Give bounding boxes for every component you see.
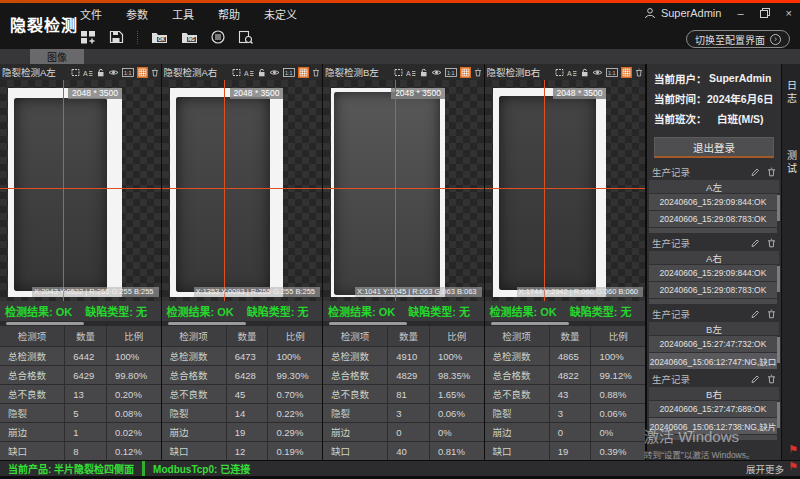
one-to-one-icon[interactable]: 1:1: [606, 68, 618, 77]
horizontal-scrollbar[interactable]: [0, 321, 161, 326]
tab-test[interactable]: 测试: [784, 150, 799, 176]
clear-trash-icon[interactable]: [767, 238, 776, 248]
value-cell: 0%: [590, 423, 645, 441]
edit-pencil-icon[interactable]: [750, 167, 760, 177]
edit-pencil-icon[interactable]: [750, 238, 760, 248]
minimize-button[interactable]: –: [737, 8, 743, 18]
record-entry[interactable]: 20240606_15:06:12:747:NG,缺口: [649, 353, 777, 369]
grid-overlay-icon[interactable]: [137, 67, 148, 78]
roi-icon[interactable]: [232, 68, 241, 77]
menu-params[interactable]: 参数: [126, 6, 148, 22]
text-annotation-icon[interactable]: A: [567, 68, 577, 77]
scrollbar-thumb[interactable]: [491, 322, 569, 325]
menu-file[interactable]: 文件: [80, 6, 102, 22]
maximize-button[interactable]: [760, 8, 770, 18]
record-entry[interactable]: 20240606_15:29:08:783:OK: [649, 282, 777, 298]
column-header: 比例: [590, 326, 645, 346]
detection-table: 检测项数量比例总检测数6473100%总合格数642899.30%总不良数450…: [162, 326, 323, 460]
menu-undefined[interactable]: 未定义: [264, 6, 297, 22]
record-entry[interactable]: 20240606_15:27:47:732:OK: [649, 336, 777, 352]
grid-overlay-icon[interactable]: [621, 67, 632, 78]
clear-trash-icon[interactable]: [767, 309, 776, 319]
svg-text:A: A: [83, 69, 88, 76]
edit-pencil-icon[interactable]: [750, 374, 760, 384]
item-cell: 总不良数: [485, 385, 549, 403]
scrollbar-thumb[interactable]: [168, 322, 246, 325]
horizontal-scrollbar[interactable]: [323, 321, 484, 326]
column-header: 数量: [64, 326, 106, 346]
grid-overlay-icon[interactable]: [460, 67, 471, 78]
lock-icon[interactable]: [96, 68, 105, 77]
record-section-actions: [750, 374, 776, 384]
clear-trash-icon[interactable]: [767, 374, 776, 384]
menu-help[interactable]: 帮助: [218, 6, 240, 22]
lock-icon[interactable]: [580, 68, 589, 77]
item-cell: 总合格数: [485, 366, 549, 384]
menu-tools[interactable]: 工具: [172, 6, 194, 22]
record-entry[interactable]: 20240606_15:29:08:783:OK: [649, 211, 777, 227]
record-entry[interactable]: 20240606_15:29:09:844:OK: [649, 265, 777, 281]
current-user-chip[interactable]: SuperAdmin: [644, 7, 722, 19]
open-ng-folder-button[interactable]: NG: [181, 30, 198, 44]
lock-icon[interactable]: [419, 68, 428, 77]
image-viewport[interactable]: 2048 * 3500 X:2043 Y:0522 | R:255 G:255 …: [0, 80, 161, 301]
lock-icon[interactable]: [257, 68, 266, 77]
switch-to-config-button[interactable]: 切换至配置界面 ›: [686, 30, 790, 48]
one-to-one-icon[interactable]: 1:1: [445, 68, 457, 77]
text-annotation-icon[interactable]: A: [244, 68, 254, 77]
panel-header: 隐裂检测B右 A1:1: [485, 64, 646, 80]
app-header: 隐裂检测 文件 参数 工具 帮助 未定义 SuperAdmin – × OK N…: [0, 3, 800, 49]
panel-title: 隐裂检测B左: [325, 65, 379, 79]
save-button[interactable]: [109, 30, 124, 44]
text-annotation-icon[interactable]: A: [83, 68, 93, 77]
trash-icon[interactable]: [312, 68, 320, 77]
one-to-one-icon[interactable]: 1:1: [122, 68, 134, 77]
defect-type: 缺陷类型: 无: [408, 303, 470, 319]
eye-icon[interactable]: [431, 68, 442, 77]
eye-icon[interactable]: [592, 68, 603, 77]
current-shift-label: 当前班次：: [654, 111, 707, 126]
image-viewport[interactable]: 2048 * 3500 X:1041 Y:1045 | R:063 G:063 …: [323, 80, 484, 301]
scrollbar-thumb[interactable]: [6, 322, 84, 325]
table-row: 总检测数6473100%: [162, 346, 323, 365]
scrollbar-thumb[interactable]: [329, 322, 407, 325]
current-time-label: 当前时间：: [654, 91, 707, 106]
panel-header: 隐裂检测A左 A1:1: [0, 64, 161, 80]
trash-icon[interactable]: [635, 68, 643, 77]
tab-image[interactable]: 图像: [30, 49, 84, 64]
one-to-one-icon[interactable]: 1:1: [283, 68, 295, 77]
open-ok-folder-button[interactable]: OK: [151, 30, 168, 44]
tab-log[interactable]: 日志: [784, 80, 799, 106]
crosshair-horizontal: [485, 188, 646, 189]
horizontal-scrollbar[interactable]: [485, 321, 646, 326]
trash-icon[interactable]: [474, 68, 482, 77]
value-cell: 99.12%: [590, 366, 645, 384]
eye-icon[interactable]: [108, 68, 119, 77]
layout-grid-button[interactable]: [80, 30, 96, 44]
grid-overlay-icon[interactable]: [298, 67, 309, 78]
clear-trash-icon[interactable]: [767, 167, 776, 177]
database-stack-button[interactable]: [211, 30, 225, 44]
resolution-label: 2048 * 3500: [553, 88, 607, 99]
svg-text:1:1: 1:1: [608, 69, 616, 75]
log-search-button[interactable]: [238, 30, 254, 45]
text-annotation-icon[interactable]: A: [406, 68, 416, 77]
svg-text:A: A: [567, 69, 572, 76]
close-button[interactable]: ×: [786, 8, 792, 18]
person-icon: [644, 7, 656, 19]
record-entry[interactable]: 20240606_15:06:12:738:NG,缺片: [649, 418, 777, 434]
roi-icon[interactable]: [71, 68, 80, 77]
logout-button[interactable]: 退出登录: [654, 137, 774, 158]
trash-icon[interactable]: [151, 68, 159, 77]
eye-icon[interactable]: [269, 68, 280, 77]
roi-icon[interactable]: [555, 68, 564, 77]
record-entry[interactable]: 20240606_15:29:09:844:OK: [649, 194, 777, 210]
image-viewport[interactable]: 2048 * 3500 X:1744 Y:2942 | R:060 G:060 …: [485, 80, 646, 301]
edit-pencil-icon[interactable]: [750, 309, 760, 319]
image-viewport[interactable]: 2048 * 3500 X:1353 Y:0093 | R:255 G:255 …: [162, 80, 323, 301]
record-entry[interactable]: 20240606_15:27:47:689:OK: [649, 401, 777, 417]
value-cell: 4822: [549, 366, 591, 384]
record-section-actions: [750, 167, 776, 177]
horizontal-scrollbar[interactable]: [162, 321, 323, 326]
roi-icon[interactable]: [394, 68, 403, 77]
